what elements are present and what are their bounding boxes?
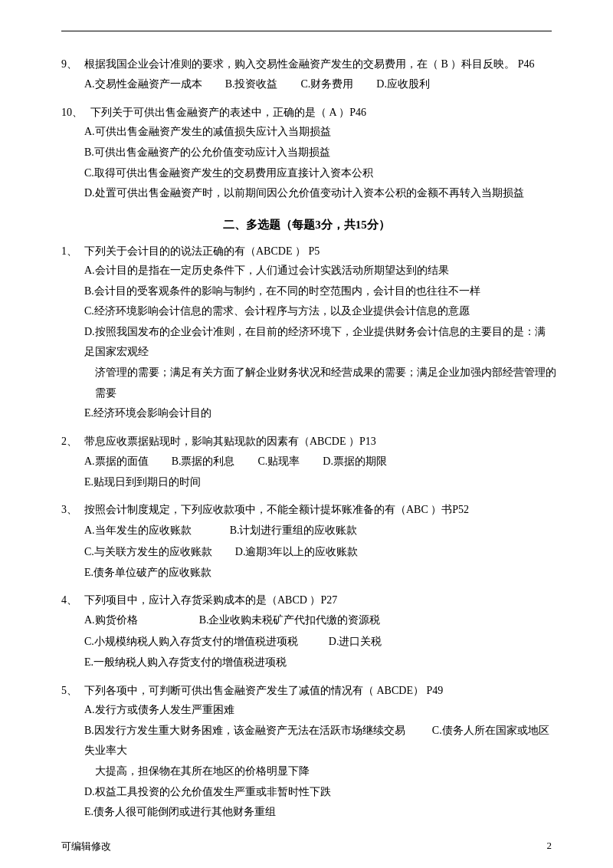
mq2-optC: C.贴现率 (257, 451, 300, 472)
footer-left: 可编辑修改 (61, 840, 111, 853)
mq3-optE: E.债务单位破产的应收账款 (84, 563, 552, 584)
mq3-num: 3、 (61, 500, 84, 519)
mq4-num: 4、 (61, 590, 84, 610)
mq4-options: A.购货价格 B.企业收购未税矿产代扣代缴的资源税 C.小规模纳税人购入存货支付… (84, 610, 552, 673)
mq5-optB-cont: 大提高，担保物在其所在地区的价格明显下降 (95, 761, 562, 782)
mq5-text: 下列各项中，可判断可供出售金融资产发生了减值的情况有（ ABCDE） P49 (84, 681, 552, 700)
mq2-optE: E.贴现日到到期日的时间 (84, 472, 552, 493)
mq4-optD: D.进口关税 (329, 631, 382, 653)
q9-optB: B.投资收益 (225, 74, 278, 95)
mq1-optD-cont: 济管理的需要；满足有关方面了解企业财务状况和经营成果的需要；满足企业加强内部经营… (95, 363, 562, 403)
mq1-text: 下列关于会计目的的说法正确的有（ABCDE ） P5 (84, 242, 552, 261)
mq1-optB: B.会计目的受客观条件的影响与制约，在不同的时空范围内，会计目的也往往不一样 (84, 281, 552, 302)
mq2-text: 带息应收票据贴现时，影响其贴现款的因素有（ABCDE ）P13 (84, 432, 552, 451)
mq3-row1: A.当年发生的应收账款 B.计划进行重组的应收账款 (84, 520, 552, 541)
mq2-row1: A.票据的面值 B.票据的利息 C.贴现率 D.票据的期限 (84, 451, 552, 472)
q10-optA: A.可供出售金融资产发生的减值损失应计入当期损益 (84, 122, 552, 143)
mq1-optA: A.会计目的是指在一定历史条件下，人们通过会计实践活动所期望达到的结果 (84, 261, 552, 281)
footer-right: 2 (547, 840, 552, 853)
q10-optC: C.取得可供出售金融资产发生的交易费用应直接计入资本公积 (84, 163, 552, 184)
q10-options: A.可供出售金融资产发生的减值损失应计入当期损益 B.可供出售金融资产的公允价值… (84, 122, 552, 203)
mq3-optC: C.与关联方发生的应收账款 (84, 541, 212, 563)
footer: 可编辑修改 2 (0, 840, 613, 853)
mq2-options: A.票据的面值 B.票据的利息 C.贴现率 D.票据的期限 E.贴现日到到期日的… (84, 451, 552, 493)
mq5-optE: E.债务人很可能倒闭或进行其他财务重组 (84, 802, 552, 823)
multi-question-5: 5、 下列各项中，可判断可供出售金融资产发生了减值的情况有（ ABCDE） P4… (61, 681, 552, 823)
mq5-options: A.发行方或债务人发生严重困难 B.因发行方发生重大财务困难，该金融资产无法在活… (84, 700, 552, 823)
multi-question-3: 3、 按照会计制度规定，下列应收款项中，不能全额计提坏账准备的有（ABC ）书P… (61, 500, 552, 583)
mq1-optC: C.经济环境影响会计信息的需求、会计程序与方法，以及企业提供会计信息的意愿 (84, 301, 552, 322)
q9-optA: A.交易性金融资产一成本 (84, 74, 202, 95)
multi-question-1: 1、 下列关于会计目的的说法正确的有（ABCDE ） P5 A.会计目的是指在一… (61, 242, 552, 424)
mq3-optD: D.逾期3年以上的应收账款 (235, 541, 359, 563)
section2-title: 二、多选题（每题3分，共15分） (61, 218, 552, 232)
mq3-optB: B.计划进行重组的应收账款 (230, 520, 358, 541)
mq5-num: 5、 (61, 681, 84, 700)
mq5-optB: B.因发行方发生重大财务困难，该金融资产无法在活跃市场继续交易 C.债务人所在国… (84, 721, 552, 761)
question-10: 10、 下列关于可供出售金融资产的表述中，正确的是（ A ）P46 A.可供出售… (61, 103, 552, 204)
mq4-row1: A.购货价格 B.企业收购未税矿产代扣代缴的资源税 (84, 610, 552, 631)
top-border (61, 31, 552, 31)
mq5-optD: D.权益工具投资的公允价值发生严重或非暂时性下跌 (84, 782, 552, 803)
mq2-num: 2、 (61, 432, 84, 451)
mq4-optB: B.企业收购未税矿产代扣代缴的资源税 (199, 610, 381, 631)
mq4-optE: E.一般纳税人购入存货支付的增值税进项税 (84, 653, 552, 673)
mq3-row2: C.与关联方发生的应收账款 D.逾期3年以上的应收账款 (84, 541, 552, 563)
mq2-optB: B.票据的利息 (172, 451, 235, 472)
mq3-options: A.当年发生的应收账款 B.计划进行重组的应收账款 C.与关联方发生的应收账款 … (84, 520, 552, 584)
mq4-optC: C.小规模纳税人购入存货支付的增值税进项税 (84, 631, 298, 653)
mq4-text: 下列项目中，应计入存货采购成本的是（ABCD ）P27 (84, 590, 552, 610)
mq2-optA: A.票据的面值 (84, 451, 149, 472)
mq1-options: A.会计目的是指在一定历史条件下，人们通过会计实践活动所期望达到的结果 B.会计… (84, 261, 552, 424)
mq4-row2: C.小规模纳税人购入存货支付的增值税进项税 D.进口关税 (84, 631, 552, 653)
q10-optB: B.可供出售金融资产的公允价值变动应计入当期损益 (84, 143, 552, 163)
q9-optC: C.财务费用 (300, 74, 353, 95)
mq1-num: 1、 (61, 242, 84, 261)
mq4-optA: A.购货价格 (84, 610, 138, 631)
q9-options: A.交易性金融资产一成本 B.投资收益 C.财务费用 D.应收股利 (84, 74, 552, 95)
mq1-optD: D.按照我国发布的企业会计准则，在目前的经济环境下，企业提供财务会计信息的主要目… (84, 322, 552, 363)
multi-question-4: 4、 下列项目中，应计入存货采购成本的是（ABCD ）P27 A.购货价格 B.… (61, 590, 552, 673)
q10-text: 下列关于可供出售金融资产的表述中，正确的是（ A ）P46 (90, 103, 552, 122)
q9-num: 9、 (61, 54, 84, 74)
mq2-optD: D.票据的期限 (323, 451, 387, 472)
multi-question-2: 2、 带息应收票据贴现时，影响其贴现款的因素有（ABCDE ）P13 A.票据的… (61, 432, 552, 493)
q10-optD: D.处置可供出售金融资产时，以前期间因公允价值变动计入资本公积的金额不再转入当期… (84, 183, 552, 204)
mq1-optE: E.经济环境会影响会计目的 (84, 403, 552, 424)
mq3-optA: A.当年发生的应收账款 (84, 520, 192, 541)
mq5-optA: A.发行方或债务人发生严重困难 (84, 700, 552, 721)
q9-text: 根据我国企业会计准则的要求，购入交易性金融资产发生的交易费用，在（ B ）科目反… (84, 54, 552, 74)
q10-num: 10、 (61, 103, 90, 122)
question-9: 9、 根据我国企业会计准则的要求，购入交易性金融资产发生的交易费用，在（ B ）… (61, 54, 552, 95)
q9-optD: D.应收股利 (376, 74, 430, 95)
mq3-text: 按照会计制度规定，下列应收款项中，不能全额计提坏账准备的有（ABC ）书P52 (84, 500, 552, 519)
